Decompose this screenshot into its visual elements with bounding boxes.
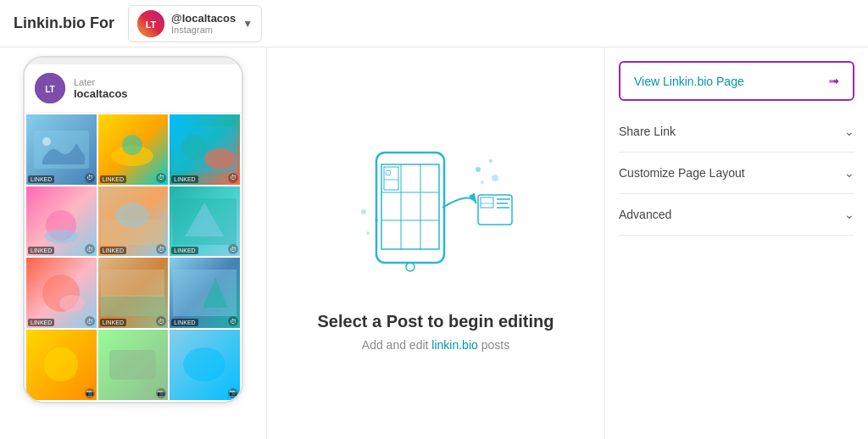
list-item[interactable]: 📷 xyxy=(98,330,169,400)
svg-point-7 xyxy=(122,135,142,155)
left-panel: LT Later localtacos L xyxy=(0,47,267,439)
phone-screen: LT Later localtacos L xyxy=(25,64,242,402)
external-link-icon: ➟ xyxy=(828,73,839,89)
linked-badge: LINKED xyxy=(28,319,54,326)
account-info: @localtacos Instagram xyxy=(171,12,236,35)
clock-icon: ⏱ xyxy=(228,316,238,326)
svg-point-14 xyxy=(115,203,149,228)
svg-point-5 xyxy=(42,137,51,146)
chevron-down-icon: ⌄ xyxy=(844,125,854,138)
profile-section: LT Later localtacos xyxy=(25,64,242,113)
view-linkinbio-button[interactable]: View Linkin.bio Page ➟ xyxy=(619,61,854,101)
linked-badge: LINKED xyxy=(171,319,198,326)
svg-rect-20 xyxy=(101,270,164,297)
svg-point-33 xyxy=(386,170,391,175)
clock-icon: ⏱ xyxy=(85,173,95,183)
center-subtitle: Add and edit linkin.bio posts xyxy=(362,338,509,352)
svg-point-40 xyxy=(366,231,370,235)
profile-avatar: LT xyxy=(35,73,65,103)
account-platform: Instagram xyxy=(171,25,236,35)
profile-info: Later localtacos xyxy=(74,77,128,100)
clock-icon: ⏱ xyxy=(156,173,166,183)
svg-point-37 xyxy=(492,175,498,181)
phone-mockup: LT Later localtacos L xyxy=(23,56,243,403)
svg-point-12 xyxy=(44,230,78,243)
share-link-label: Share Link xyxy=(619,125,676,138)
account-selector[interactable]: LT @localtacos Instagram ▼ xyxy=(128,5,262,42)
advanced-label: Advanced xyxy=(619,208,671,221)
linked-badge: LINKED xyxy=(100,247,126,254)
list-item[interactable]: LINKED ⏱ xyxy=(26,186,97,257)
brand-name: Linkin.bio For xyxy=(14,14,114,32)
chevron-down-icon: ⌄ xyxy=(844,166,854,180)
list-item[interactable]: 📷 xyxy=(170,330,240,400)
list-item[interactable]: LINKED ⏱ xyxy=(26,114,97,185)
linked-badge: LINKED xyxy=(28,247,54,254)
svg-rect-21 xyxy=(173,270,236,316)
svg-point-39 xyxy=(361,209,366,214)
linked-badge: LINKED xyxy=(171,175,198,183)
svg-point-36 xyxy=(481,181,484,184)
list-item[interactable]: LINKED ⏱ xyxy=(98,114,169,185)
svg-point-48 xyxy=(406,263,415,271)
linked-badge: LINKED xyxy=(171,247,198,254)
svg-rect-25 xyxy=(376,153,444,263)
advanced-accordion: Advanced ⌄ xyxy=(619,194,854,236)
profile-name: Later xyxy=(74,77,128,87)
clock-icon: ⏱ xyxy=(228,173,238,183)
list-item[interactable]: LINKED ⏱ xyxy=(98,258,169,328)
svg-point-24 xyxy=(183,347,225,381)
list-item[interactable]: 📷 xyxy=(26,330,97,400)
avatar: LT xyxy=(137,10,164,37)
svg-point-9 xyxy=(204,148,235,169)
clock-icon: 📷 xyxy=(156,388,166,398)
center-title: Select a Post to begin editing xyxy=(318,312,554,331)
clock-icon: ⏱ xyxy=(85,244,95,254)
svg-rect-23 xyxy=(109,350,156,380)
chevron-down-icon: ▼ xyxy=(242,18,253,30)
svg-rect-19 xyxy=(101,295,164,316)
list-item[interactable]: LINKED ⏱ xyxy=(26,258,97,328)
share-link-accordion: Share Link ⌄ xyxy=(619,111,854,153)
account-handle: @localtacos xyxy=(171,12,236,25)
list-item[interactable]: LINKED ⏱ xyxy=(170,114,240,185)
svg-text:LT: LT xyxy=(45,85,54,94)
svg-rect-43 xyxy=(481,197,493,208)
list-item[interactable]: LINKED ⏱ xyxy=(98,186,169,257)
svg-rect-26 xyxy=(381,164,439,249)
photos-grid: LINKED ⏱ LINKED ⏱ xyxy=(25,113,242,402)
customize-layout-label: Customize Page Layout xyxy=(619,166,745,180)
phone-notch xyxy=(25,58,242,64)
clock-icon: 📷 xyxy=(228,388,238,398)
right-panel: View Linkin.bio Page ➟ Share Link ⌄ Cust… xyxy=(605,47,868,439)
customize-layout-accordion: Customize Page Layout ⌄ xyxy=(619,153,854,194)
profile-handle: localtacos xyxy=(74,87,128,100)
illustration xyxy=(351,136,520,292)
svg-text:LT: LT xyxy=(146,19,157,30)
svg-rect-31 xyxy=(384,167,398,190)
chevron-down-icon: ⌄ xyxy=(844,208,854,221)
svg-point-35 xyxy=(489,159,492,163)
svg-point-10 xyxy=(181,135,207,160)
customize-layout-header[interactable]: Customize Page Layout ⌄ xyxy=(619,153,854,193)
header: Linkin.bio For LT @localtacos Inst xyxy=(0,0,868,47)
center-panel: Select a Post to begin editing Add and e… xyxy=(267,47,605,439)
advanced-header[interactable]: Advanced ⌄ xyxy=(619,194,854,235)
linked-badge: LINKED xyxy=(28,175,54,183)
svg-point-38 xyxy=(375,219,378,222)
list-item[interactable]: LINKED ⏱ xyxy=(170,258,240,328)
svg-point-18 xyxy=(59,295,85,312)
svg-point-22 xyxy=(44,347,78,381)
main-content: LT Later localtacos L xyxy=(0,47,868,439)
clock-icon: 📷 xyxy=(85,388,95,398)
clock-icon: ⏱ xyxy=(85,316,95,326)
linked-badge: LINKED xyxy=(100,175,126,183)
list-item[interactable]: LINKED ⏱ xyxy=(170,186,240,257)
svg-point-34 xyxy=(476,167,481,172)
view-button-label: View Linkin.bio Page xyxy=(634,75,744,88)
share-link-header[interactable]: Share Link ⌄ xyxy=(619,111,854,152)
highlight-text: linkin.bio xyxy=(431,338,477,352)
linked-badge: LINKED xyxy=(100,319,126,326)
